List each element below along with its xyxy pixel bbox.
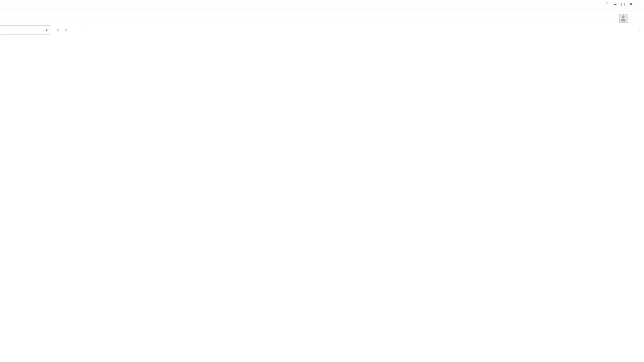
minimize-button[interactable]: – — [614, 1, 616, 7]
close-button[interactable]: × — [630, 1, 632, 7]
name-box-dropdown-icon[interactable]: ▼ — [45, 28, 48, 32]
restore-button[interactable]: ◻ — [621, 1, 625, 7]
formula-input[interactable] — [84, 25, 637, 35]
title-bar: ⌃ – ◻ × — [0, 0, 644, 11]
cancel-icon[interactable]: × — [56, 27, 59, 33]
account-avatar-icon[interactable] — [619, 14, 628, 23]
ribbon-tab-bar — [0, 11, 644, 24]
excel-window: ⌃ – ◻ × ▼ × ✓ ⌄ — [0, 0, 644, 362]
ribbon-options-button[interactable]: ⌃ — [605, 1, 609, 7]
enter-icon[interactable]: ✓ — [64, 27, 68, 33]
name-box[interactable]: ▼ — [0, 25, 50, 35]
formula-bar-expand-icon[interactable]: ⌄ — [638, 27, 641, 31]
formula-bar: ▼ × ✓ ⌄ — [0, 24, 644, 36]
